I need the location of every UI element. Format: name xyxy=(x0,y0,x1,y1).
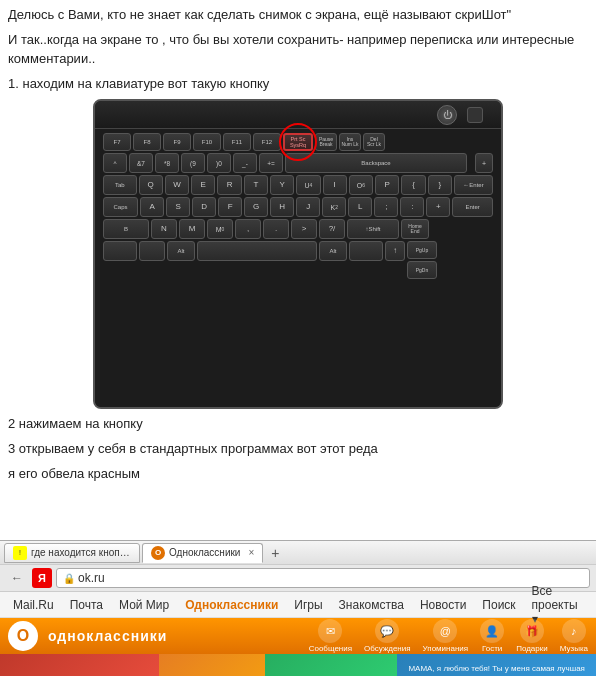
music-label: Музыка xyxy=(560,644,588,653)
key-alt-l: Alt xyxy=(167,241,195,261)
tab-1[interactable]: ! где находится кнопк... xyxy=(4,543,140,563)
nav-mailru[interactable]: Mail.Ru xyxy=(6,595,61,615)
bottom-row: Alt Alt ↑ PgUp PgDn xyxy=(103,241,493,279)
key-pgdn: PgDn xyxy=(407,261,437,279)
article-text-3: 1. находим на клавиатуре вот такую кнопк… xyxy=(8,75,588,94)
key-m: ?/ xyxy=(319,219,345,239)
gifts-label: Подарки xyxy=(516,644,548,653)
tab-2[interactable]: О Одноклассники × xyxy=(142,543,263,563)
tab2-label: Одноклассники xyxy=(169,547,240,558)
key-numpad-plus: + xyxy=(475,153,493,173)
zxcv-row: B N M M 0 , . > ?/ ↑Shift HomeEnd xyxy=(103,219,493,239)
key-u: U 4 xyxy=(296,175,320,195)
key-9: (9 xyxy=(181,153,205,173)
url-input[interactable]: 🔒 ok.ru xyxy=(56,568,590,588)
ok-music-icon[interactable]: ♪ Музыка xyxy=(560,619,588,653)
key-home: HomeEnd xyxy=(401,219,429,239)
tab2-close-btn[interactable]: × xyxy=(248,547,254,558)
ok-guests-icon[interactable]: 👤 Гости xyxy=(480,619,504,653)
tab1-label: где находится кнопк... xyxy=(31,547,131,558)
power-button-icon: ⏻ xyxy=(437,105,457,125)
key-caps: Caps xyxy=(103,197,138,217)
key-arrow-up: ↑ xyxy=(385,241,405,261)
key-shift-l: B xyxy=(103,219,149,239)
tab2-favicon: О xyxy=(151,546,165,560)
nav-pochta[interactable]: Почта xyxy=(63,595,110,615)
key-pgup: PgUp xyxy=(407,241,437,259)
back-button[interactable]: ← xyxy=(6,567,28,589)
key-k: K 2 xyxy=(322,197,346,217)
article-content: Делюсь с Вами, кто не знает как сделать … xyxy=(0,0,596,540)
ok-discussions-icon[interactable]: 💬 Обсуждения xyxy=(364,619,411,653)
asdf-row: Caps A S D F G H J K 2 L ; : + Enter xyxy=(103,197,493,217)
article-text-5: 3 открываем у себя в стандартных програм… xyxy=(8,440,588,459)
key-8: *8 xyxy=(155,153,179,173)
ok-logo: О xyxy=(8,621,38,651)
key-prtsc: Prt ScSysRq xyxy=(283,133,313,151)
key-a: A xyxy=(140,197,164,217)
key-q: Q xyxy=(139,175,163,195)
key-alt-r: Alt xyxy=(319,241,347,261)
nav-odnoklassniki[interactable]: Одноклассники xyxy=(178,595,285,615)
mama-text: МАМА, я люблю тебя! Ты у меня самая лучш… xyxy=(406,662,587,675)
key-ctrl-l xyxy=(103,241,137,261)
key-f9: F9 xyxy=(163,133,191,151)
nav-moy-mir[interactable]: Мой Мир xyxy=(112,595,176,615)
ok-icon-bar: ✉ Сообщения 💬 Обсуждения @ Упоминания 👤 … xyxy=(309,619,588,653)
article-text-6: я его обвела красным xyxy=(8,465,588,484)
key-y: Y xyxy=(270,175,294,195)
music-icon: ♪ xyxy=(562,619,586,643)
key-0: )0 xyxy=(207,153,231,173)
new-tab-button[interactable]: + xyxy=(265,543,285,563)
key-v: , xyxy=(235,219,261,239)
nav-igry[interactable]: Игры xyxy=(287,595,329,615)
key-s: S xyxy=(166,197,190,217)
discussions-label: Обсуждения xyxy=(364,644,411,653)
key-f8: F8 xyxy=(133,133,161,151)
messages-icon: ✉ xyxy=(318,619,342,643)
key-d: D xyxy=(192,197,216,217)
key-x: M xyxy=(179,219,205,239)
key-e: E xyxy=(191,175,215,195)
nav-znakomstva[interactable]: Знакомства xyxy=(332,595,411,615)
key-l: L xyxy=(348,197,372,217)
laptop-top-bar: ⏻ xyxy=(95,101,501,129)
key-semi: ; xyxy=(374,197,398,217)
key-tab: Tab xyxy=(103,175,137,195)
key-g: G xyxy=(244,197,268,217)
nav-novosti[interactable]: Новости xyxy=(413,595,473,615)
photo-strip: МАМА, я люблю тебя! Ты у меня самая лучш… xyxy=(0,654,596,676)
guests-icon: 👤 xyxy=(480,619,504,643)
small-button xyxy=(467,107,483,123)
key-f11: F11 xyxy=(223,133,251,151)
discussions-icon: 💬 xyxy=(375,619,399,643)
key-quote: + xyxy=(426,197,450,217)
key-backspace: Backspace xyxy=(285,153,467,173)
key-n: > xyxy=(291,219,317,239)
ok-mentions-icon[interactable]: @ Упоминания xyxy=(423,619,469,653)
yandex-logo: Я xyxy=(32,568,52,588)
article-text-4: 2 нажимаем на кнопку xyxy=(8,415,588,434)
key-bracket-l: { xyxy=(401,175,425,195)
key-enter: ←Enter xyxy=(454,175,493,195)
number-key-row: ^ &7 *8 (9 )0 _- += Backspace + xyxy=(103,153,493,173)
ok-brand-text: одноклассники xyxy=(48,628,167,644)
key-o: O 6 xyxy=(349,175,373,195)
photo-1 xyxy=(0,654,159,676)
address-bar: ← Я 🔒 ok.ru xyxy=(0,564,596,592)
key-z: N xyxy=(151,219,177,239)
key-i: I xyxy=(323,175,347,195)
photo-4: МАМА, я люблю тебя! Ты у меня самая лучш… xyxy=(397,654,596,676)
key-t: T xyxy=(244,175,268,195)
nav-poisk[interactable]: Поиск xyxy=(475,595,522,615)
messages-label: Сообщения xyxy=(309,644,352,653)
ok-header-bar: О одноклассники ✉ Сообщения 💬 Обсуждения… xyxy=(0,618,596,654)
key-minus: _- xyxy=(233,153,257,173)
ok-gifts-icon[interactable]: 🎁 Подарки xyxy=(516,619,548,653)
key-7: &7 xyxy=(129,153,153,173)
arrow-vertical: PgUp PgDn xyxy=(407,241,437,279)
photo-3 xyxy=(265,654,397,676)
ok-messages-icon[interactable]: ✉ Сообщения xyxy=(309,619,352,653)
key-colon: : xyxy=(400,197,424,217)
article-text-1: Делюсь с Вами, кто не знает как сделать … xyxy=(8,6,588,25)
